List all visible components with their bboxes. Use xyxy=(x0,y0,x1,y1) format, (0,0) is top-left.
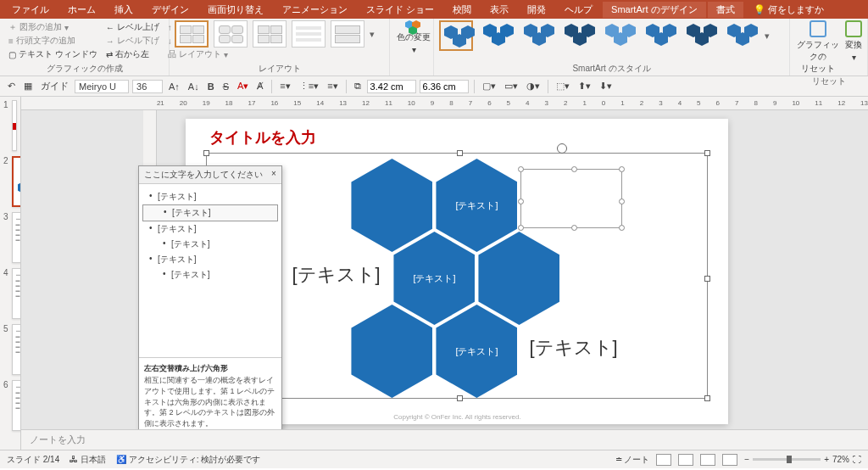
smartart-label-1[interactable]: [テキスト] xyxy=(292,262,380,288)
hex-3[interactable]: [テキスト] xyxy=(393,232,475,325)
tab-4[interactable]: 画面切り替え xyxy=(199,2,272,18)
style-thumb-3[interactable] xyxy=(561,20,595,51)
width-input[interactable] xyxy=(420,80,469,93)
send-back-icon[interactable]: ⬇▾ xyxy=(597,81,615,92)
slide-thumb-4[interactable]: ━━━━▬ ▬ ▬▬ ▬ ▬ xyxy=(12,268,21,319)
add-shape-button[interactable]: ＋ 図形の追加 ▾ xyxy=(5,20,101,34)
font-select[interactable]: Meiryo U xyxy=(75,80,129,93)
hex-6[interactable]: [テキスト] xyxy=(436,305,517,398)
level-down-button[interactable]: → レベル下げ xyxy=(103,34,163,48)
tab-5[interactable]: アニメーション xyxy=(274,2,356,18)
layout-thumb-3[interactable] xyxy=(253,20,287,48)
zoom-control[interactable]: −+ 72% ⛶ xyxy=(744,455,861,464)
bold-icon[interactable]: B xyxy=(205,81,217,92)
style-thumb-2[interactable] xyxy=(520,20,554,51)
tab-1[interactable]: ホーム xyxy=(59,2,104,18)
text-pane-item-0[interactable]: [テキスト] xyxy=(142,189,278,204)
slide-thumb-2[interactable] xyxy=(12,156,21,207)
undo-icon[interactable]: ↶ xyxy=(5,81,18,92)
font-color-icon[interactable]: A▾ xyxy=(235,81,251,92)
slide-thumb-5[interactable]: ━━━━▬ ▬ ▬▬ ▬ ▬ xyxy=(12,324,21,375)
smartart-text-pane[interactable]: ここに文字を入力してください × [テキスト][テキスト][テキスト][テキスト… xyxy=(138,165,282,429)
notes-pane[interactable]: ノートを入力 xyxy=(21,429,868,450)
slide-thumb-3[interactable]: ━━━━▬ ▬ ▬▬ ▬ ▬ xyxy=(12,212,21,263)
canvas[interactable]: ここに文字を入力してください × [テキスト][テキスト][テキスト][テキスト… xyxy=(21,110,868,429)
close-icon[interactable]: × xyxy=(271,169,276,181)
style-thumb-1[interactable] xyxy=(480,20,514,51)
height-input[interactable] xyxy=(367,80,416,93)
slideshow-view-icon[interactable] xyxy=(722,454,737,466)
style-gallery[interactable]: ▾ xyxy=(439,20,784,51)
tab-12[interactable]: 書式 xyxy=(708,2,743,18)
bullets-icon[interactable]: ≡▾ xyxy=(277,81,292,92)
text-pane-item-1[interactable]: [テキスト] xyxy=(142,204,278,221)
notes-button[interactable]: ≐ ノート xyxy=(615,454,650,466)
smartart-label-2[interactable]: [テキスト] xyxy=(529,335,617,361)
editor-main: 2120191817161514131211109876543210123456… xyxy=(21,97,868,450)
text-pane-item-2[interactable]: [テキスト] xyxy=(142,221,278,237)
group-label-create: グラフィックの作成 xyxy=(5,62,164,75)
style-thumb-4[interactable] xyxy=(602,20,636,51)
style-thumb-6[interactable] xyxy=(683,20,717,51)
shape-effects-icon[interactable]: ◑▾ xyxy=(524,81,542,92)
hex-2[interactable]: [テキスト] xyxy=(436,159,517,252)
guide-toggle[interactable]: ▦ xyxy=(21,81,35,92)
text-pane-item-3[interactable]: [テキスト] xyxy=(142,237,278,252)
layout-gallery[interactable]: ▾ xyxy=(175,20,384,48)
text-window-button[interactable]: ▢ テキスト ウィンドウ xyxy=(5,48,101,61)
style-thumb-0[interactable] xyxy=(439,20,473,51)
layout-thumb-4[interactable] xyxy=(292,20,326,48)
slide-title[interactable]: タイトルを入力 xyxy=(209,127,316,148)
rtl-button[interactable]: ⇄ 右から左 xyxy=(103,48,163,61)
shape-selection[interactable] xyxy=(520,169,622,228)
slide-counter[interactable]: スライド 2/14 xyxy=(7,454,59,466)
rotate-handle[interactable] xyxy=(557,143,567,154)
language-label[interactable]: 🖧 日本語 xyxy=(70,454,106,466)
shape-outline-icon[interactable]: ▭▾ xyxy=(502,81,520,92)
tab-9[interactable]: 開発 xyxy=(519,2,554,18)
level-up-button[interactable]: ← レベル上げ xyxy=(103,20,163,34)
numbering-icon[interactable]: ⋮≡▾ xyxy=(297,81,321,92)
shape-fill-icon[interactable]: ▢▾ xyxy=(480,81,498,92)
tab-7[interactable]: 校閲 xyxy=(444,2,480,18)
fit-window-icon[interactable]: ⛶ xyxy=(853,455,861,464)
layout-thumb-1[interactable] xyxy=(175,20,209,48)
tab-0[interactable]: ファイル xyxy=(3,2,58,18)
decrease-font-icon[interactable]: A↓ xyxy=(186,81,202,92)
tab-10[interactable]: ヘルプ xyxy=(556,2,601,18)
hex-1[interactable] xyxy=(351,159,432,252)
bring-front-icon[interactable]: ⬆▾ xyxy=(576,81,593,92)
strike-icon[interactable]: S xyxy=(220,81,231,92)
normal-view-icon[interactable] xyxy=(656,454,671,466)
reset-graphic-button[interactable]: グラフィックの リセット xyxy=(795,20,840,75)
increase-font-icon[interactable]: A↑ xyxy=(166,81,182,92)
accessibility-label[interactable]: ♿ アクセシビリティ: 検討が必要です xyxy=(116,454,260,466)
text-pane-item-4[interactable]: [テキスト] xyxy=(142,252,278,267)
tell-me[interactable]: 💡 何をしますか xyxy=(745,2,832,18)
tab-11[interactable]: SmartArt のデザイン xyxy=(603,2,705,18)
layout-thumb-2[interactable] xyxy=(214,20,248,48)
add-bullet-button[interactable]: ≡ 行頭文字の追加 xyxy=(5,34,101,48)
style-thumb-5[interactable] xyxy=(643,20,676,51)
tab-2[interactable]: 挿入 xyxy=(106,2,142,18)
align-icon[interactable]: ≡▾ xyxy=(325,81,340,92)
slide-thumb-1[interactable] xyxy=(12,100,17,151)
convert-button[interactable]: 変換▾ xyxy=(845,20,862,75)
slide-thumb-6[interactable]: ━━━━▬ ▬ ▬▬ ▬ ▬ xyxy=(12,380,21,431)
font-size-select[interactable]: 36 xyxy=(132,80,163,93)
hex-5[interactable] xyxy=(351,305,432,398)
tab-3[interactable]: デザイン xyxy=(143,2,198,18)
hex-4[interactable] xyxy=(478,232,559,325)
arrange-icon[interactable]: ⬚▾ xyxy=(554,81,572,92)
slide-thumbnails[interactable]: 123━━━━▬ ▬ ▬▬ ▬ ▬4━━━━▬ ▬ ▬▬ ▬ ▬5━━━━▬ ▬… xyxy=(0,97,21,450)
sorter-view-icon[interactable] xyxy=(678,454,693,466)
reading-view-icon[interactable] xyxy=(700,454,715,466)
crop-icon[interactable]: ⧉ xyxy=(352,81,364,92)
tab-6[interactable]: スライド ショー xyxy=(358,2,442,18)
clear-format-icon[interactable]: A̸ xyxy=(254,81,266,92)
style-thumb-7[interactable] xyxy=(724,20,758,51)
text-pane-item-5[interactable]: [テキスト] xyxy=(142,267,278,283)
layout-thumb-5[interactable] xyxy=(331,20,364,48)
tab-8[interactable]: 表示 xyxy=(481,2,517,18)
color-change-button[interactable]: 色の変更▾ xyxy=(395,20,432,54)
